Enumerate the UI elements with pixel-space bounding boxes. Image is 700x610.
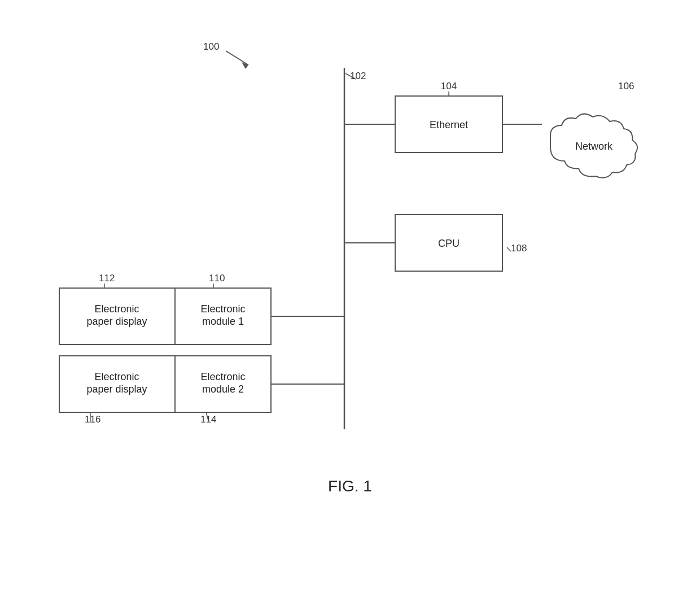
diagram-container: Ethernet 104 102 Network 106 CPU 108: [0, 0, 700, 610]
ref-110: 110: [209, 273, 225, 284]
ref-116: 116: [85, 414, 100, 425]
epaper2-label-line2: paper display: [86, 384, 147, 395]
cpu-label: CPU: [438, 238, 460, 249]
emodule1-label-line2: module 1: [202, 316, 244, 327]
figure-label: FIG. 1: [328, 477, 372, 495]
emodule2-label-line1: Electronic: [200, 371, 245, 382]
ref-112: 112: [99, 273, 115, 284]
network-label: Network: [575, 141, 613, 152]
emodule2-label-line2: module 2: [202, 384, 244, 395]
epaper1-label-line2: paper display: [86, 316, 147, 327]
ethernet-label: Ethernet: [430, 119, 468, 130]
svg-line-19: [226, 51, 248, 65]
ref-100: 100: [203, 41, 219, 52]
epaper1-label-line1: Electronic: [94, 303, 139, 315]
ref-102: 102: [350, 71, 366, 81]
epaper2-label-line1: Electronic: [94, 371, 139, 382]
ref-104: 104: [441, 81, 457, 91]
emodule1-label-line1: Electronic: [200, 303, 245, 315]
svg-line-8: [507, 247, 511, 251]
ref-108: 108: [511, 243, 527, 254]
ref-106: 106: [618, 81, 634, 91]
